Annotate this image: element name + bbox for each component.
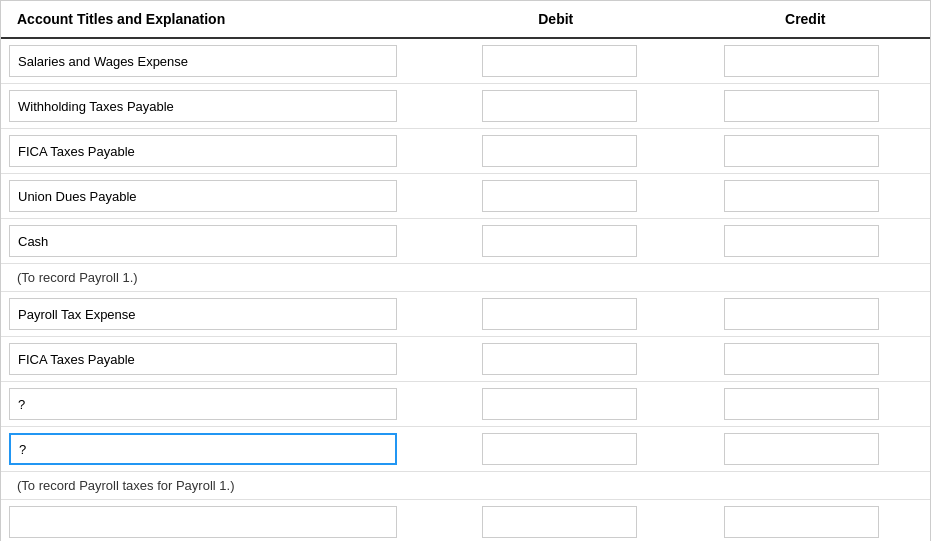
debit-cell <box>439 135 681 167</box>
credit-cell <box>681 135 923 167</box>
debit-cell <box>439 225 681 257</box>
account-cell <box>9 388 439 420</box>
credit-input-8[interactable] <box>724 388 879 420</box>
account-input-10[interactable] <box>9 506 397 538</box>
credit-cell <box>681 298 923 330</box>
note-text-2: (To record Payroll taxes for Payroll 1.) <box>17 478 234 493</box>
table-row <box>1 427 930 472</box>
table-row <box>1 292 930 337</box>
credit-input-10[interactable] <box>724 506 879 538</box>
credit-cell <box>681 506 923 538</box>
credit-input-3[interactable] <box>724 135 879 167</box>
account-cell <box>9 433 439 465</box>
debit-cell <box>439 506 681 538</box>
header-credit: Credit <box>681 7 931 31</box>
debit-cell <box>439 45 681 77</box>
debit-input-4[interactable] <box>482 180 637 212</box>
credit-input-2[interactable] <box>724 90 879 122</box>
account-cell <box>9 343 439 375</box>
credit-input-7[interactable] <box>724 343 879 375</box>
debit-cell <box>439 298 681 330</box>
debit-cell <box>439 388 681 420</box>
table-row <box>1 337 930 382</box>
debit-cell <box>439 180 681 212</box>
account-input-9[interactable] <box>9 433 397 465</box>
account-input-1[interactable] <box>9 45 397 77</box>
debit-input-1[interactable] <box>482 45 637 77</box>
account-input-8[interactable] <box>9 388 397 420</box>
credit-cell <box>681 388 923 420</box>
table-row <box>1 174 930 219</box>
credit-cell <box>681 343 923 375</box>
debit-cell <box>439 433 681 465</box>
credit-cell <box>681 45 923 77</box>
table-row <box>1 219 930 264</box>
debit-input-10[interactable] <box>482 506 637 538</box>
debit-cell <box>439 90 681 122</box>
debit-input-7[interactable] <box>482 343 637 375</box>
debit-input-9[interactable] <box>482 433 637 465</box>
debit-input-3[interactable] <box>482 135 637 167</box>
credit-cell <box>681 180 923 212</box>
debit-input-5[interactable] <box>482 225 637 257</box>
account-cell <box>9 45 439 77</box>
account-input-4[interactable] <box>9 180 397 212</box>
journal-entry-table: Account Titles and Explanation Debit Cre… <box>0 0 931 541</box>
note-row-1: (To record Payroll 1.) <box>1 264 930 292</box>
table-row <box>1 500 930 541</box>
credit-cell <box>681 433 923 465</box>
note-row-2: (To record Payroll taxes for Payroll 1.) <box>1 472 930 500</box>
table-row <box>1 39 930 84</box>
debit-cell <box>439 343 681 375</box>
credit-input-9[interactable] <box>724 433 879 465</box>
credit-input-6[interactable] <box>724 298 879 330</box>
account-cell <box>9 298 439 330</box>
account-input-6[interactable] <box>9 298 397 330</box>
account-cell <box>9 225 439 257</box>
table-header: Account Titles and Explanation Debit Cre… <box>1 1 930 39</box>
account-input-2[interactable] <box>9 90 397 122</box>
header-debit: Debit <box>431 7 681 31</box>
account-input-3[interactable] <box>9 135 397 167</box>
account-cell <box>9 135 439 167</box>
credit-input-5[interactable] <box>724 225 879 257</box>
account-input-7[interactable] <box>9 343 397 375</box>
debit-input-2[interactable] <box>482 90 637 122</box>
credit-input-4[interactable] <box>724 180 879 212</box>
credit-input-1[interactable] <box>724 45 879 77</box>
account-input-5[interactable] <box>9 225 397 257</box>
note-text-1: (To record Payroll 1.) <box>17 270 138 285</box>
table-row <box>1 382 930 427</box>
table-row <box>1 84 930 129</box>
credit-cell <box>681 90 923 122</box>
account-cell <box>9 90 439 122</box>
account-cell <box>9 180 439 212</box>
table-row <box>1 129 930 174</box>
debit-input-6[interactable] <box>482 298 637 330</box>
header-account: Account Titles and Explanation <box>1 7 431 31</box>
account-cell <box>9 506 439 538</box>
credit-cell <box>681 225 923 257</box>
debit-input-8[interactable] <box>482 388 637 420</box>
